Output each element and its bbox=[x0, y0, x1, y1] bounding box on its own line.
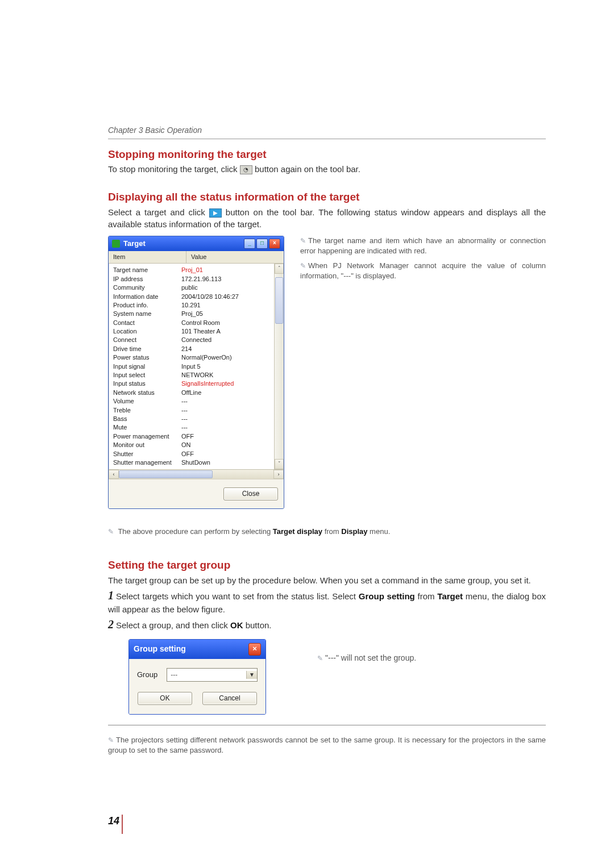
scroll-right-button[interactable]: › bbox=[273, 470, 284, 479]
text-fragment: menu. bbox=[368, 527, 391, 536]
monitor-toolbar-icon: ◔ bbox=[240, 165, 252, 174]
maximize-button[interactable]: □ bbox=[256, 239, 268, 249]
scroll-down-button[interactable]: ˅ bbox=[275, 459, 284, 469]
table-row: Target nameProj_01 bbox=[109, 266, 284, 274]
group-select[interactable]: --- ▼ bbox=[167, 668, 258, 682]
status-item-label: Monitor out bbox=[113, 441, 181, 449]
menu-target: Target bbox=[437, 591, 463, 601]
status-item-value: NETWORK bbox=[181, 371, 279, 379]
table-row: Power statusNormal(PowerOn) bbox=[109, 353, 284, 362]
status-item-label: Drive time bbox=[113, 345, 181, 353]
status-item-label: Connect bbox=[113, 336, 181, 344]
text-fragment: button again on the tool bar. bbox=[255, 164, 360, 174]
table-row: Network statusOffLine bbox=[109, 389, 284, 397]
chevron-down-icon[interactable]: ▼ bbox=[246, 671, 257, 679]
status-item-value: ShutDown bbox=[181, 458, 279, 467]
table-row: Information date2004/10/28 10:46:27 bbox=[109, 293, 284, 301]
ok-button[interactable]: OK bbox=[138, 692, 192, 705]
table-row: Mute--- bbox=[109, 423, 284, 432]
group-dialog-body: Group --- ▼ OK Cancel bbox=[129, 659, 265, 714]
status-item-label: Information date bbox=[113, 293, 181, 301]
group-field: Group --- ▼ bbox=[137, 668, 258, 682]
status-item-label: Network status bbox=[113, 389, 181, 397]
status-item-label: Power status bbox=[113, 353, 181, 362]
status-item-value: OFF bbox=[181, 432, 279, 441]
section-title-group: Setting the target group bbox=[108, 558, 546, 573]
status-item-value: public bbox=[181, 283, 279, 292]
status-toolbar-icon: ▶ bbox=[209, 208, 222, 218]
step-number-2: 2 bbox=[108, 618, 114, 631]
cancel-button[interactable]: Cancel bbox=[202, 692, 257, 705]
status-item-value: 2004/10/28 10:46:27 bbox=[181, 293, 279, 301]
status-table-header: Item Value bbox=[109, 251, 284, 264]
hscroll-thumb[interactable] bbox=[119, 470, 213, 478]
status-item-label: IP address bbox=[113, 275, 181, 283]
status-item-value: --- bbox=[181, 423, 279, 432]
column-header-value: Value bbox=[186, 251, 284, 263]
scroll-track[interactable] bbox=[275, 274, 284, 459]
text-stop-monitoring: To stop monitoring the target, click ◔ b… bbox=[108, 163, 546, 175]
status-item-value: --- bbox=[181, 397, 279, 406]
table-row: Input statusSignalIsInterrupted bbox=[109, 379, 284, 388]
status-item-value: 10.291 bbox=[181, 301, 279, 310]
status-item-value: --- bbox=[181, 415, 279, 423]
close-icon[interactable]: × bbox=[248, 643, 261, 656]
group-intro: The target group can be set up by the pr… bbox=[108, 574, 546, 586]
status-item-label: Contact bbox=[113, 319, 181, 327]
status-item-value: OffLine bbox=[181, 389, 279, 397]
ok-label-ref: OK bbox=[230, 620, 243, 630]
text-fragment: Select targets which you want to set fro… bbox=[116, 591, 359, 601]
minimize-button[interactable]: _ bbox=[244, 239, 255, 249]
vertical-scrollbar[interactable]: ˄ ˅ bbox=[274, 264, 284, 469]
table-row: Product info.10.291 bbox=[109, 301, 284, 310]
horizontal-scrollbar[interactable]: ‹ › bbox=[109, 469, 284, 479]
text-display-status: Select a target and click ▶ button on th… bbox=[108, 206, 546, 230]
status-item-label: Power management bbox=[113, 432, 181, 441]
text-fragment: To stop monitoring the target, click bbox=[108, 164, 240, 174]
note-procedure: The above procedure can perform by selec… bbox=[108, 527, 546, 537]
table-row: IP address172.21.96.113 bbox=[109, 275, 284, 283]
page-number: 14 bbox=[108, 814, 119, 828]
page-number-rule bbox=[122, 815, 123, 834]
close-icon[interactable]: × bbox=[269, 239, 280, 249]
status-item-value: ON bbox=[181, 441, 279, 449]
status-item-label: Input signal bbox=[113, 362, 181, 371]
section-title-stop-monitoring: Stopping monitoring the target bbox=[108, 147, 546, 162]
text-fragment: button. bbox=[243, 620, 271, 630]
text-fragment: Select a group, and then click bbox=[116, 620, 230, 630]
status-item-label: Target name bbox=[113, 266, 181, 274]
document-page: Chapter 3 Basic Operation Stopping monit… bbox=[0, 0, 614, 868]
group-select-value: --- bbox=[167, 670, 246, 680]
status-item-value: Input 5 bbox=[181, 362, 279, 371]
table-row: ContactControl Room bbox=[109, 319, 284, 327]
group-dialog-title: Group setting bbox=[134, 644, 186, 655]
status-item-value: Connected bbox=[181, 336, 279, 344]
scroll-thumb[interactable] bbox=[275, 277, 283, 324]
menu-item-target-display: Target display bbox=[273, 527, 322, 536]
section-title-display-status: Displaying all the status information of… bbox=[108, 190, 546, 205]
window-title: Target bbox=[123, 239, 146, 249]
menu-group-setting: Group setting bbox=[359, 591, 415, 601]
scroll-up-button[interactable]: ˄ bbox=[275, 264, 284, 274]
note-no-value: When PJ Network Manager cannot acquire t… bbox=[300, 261, 546, 281]
status-item-value: OFF bbox=[181, 450, 279, 458]
close-button[interactable]: Close bbox=[223, 487, 278, 500]
app-icon bbox=[112, 240, 120, 248]
table-row: Power managementOFF bbox=[109, 432, 284, 441]
step-2: 2Select a group, and then click OK butto… bbox=[108, 616, 546, 632]
table-row: ConnectConnected bbox=[109, 336, 284, 344]
text-fragment: from bbox=[322, 527, 341, 536]
status-item-value: SignalIsInterrupted bbox=[181, 379, 279, 388]
table-row: ShutterOFF bbox=[109, 450, 284, 458]
text-fragment: Select a target and click bbox=[108, 207, 209, 217]
status-item-label: System name bbox=[113, 310, 181, 318]
table-row: Input selectNETWORK bbox=[109, 371, 284, 379]
hscroll-track[interactable] bbox=[119, 470, 273, 479]
note-group-dashes: "---" will not set the group. bbox=[317, 653, 546, 664]
status-item-value: Control Room bbox=[181, 319, 279, 327]
scroll-left-button[interactable]: ‹ bbox=[109, 470, 119, 479]
table-row: Shutter managementShutDown bbox=[109, 458, 284, 467]
group-dialog-titlebar: Group setting × bbox=[129, 640, 265, 659]
table-row: Input signalInput 5 bbox=[109, 362, 284, 371]
status-item-label: Volume bbox=[113, 397, 181, 406]
